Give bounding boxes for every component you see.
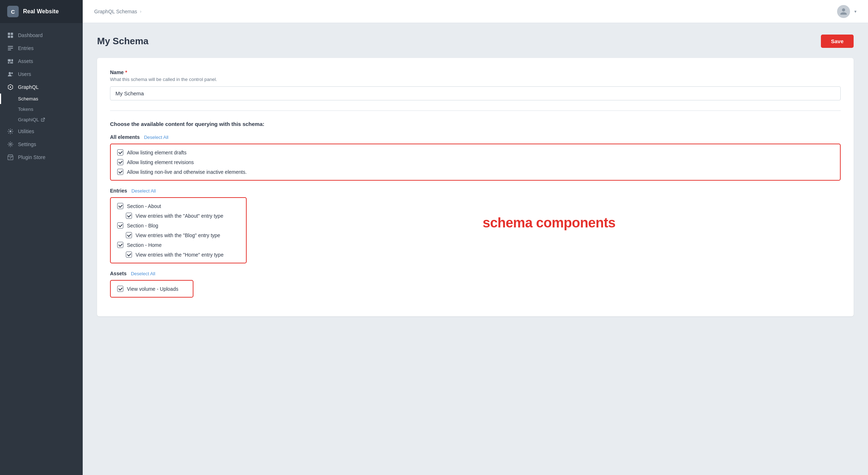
sidebar: C Real Website Dashboard Entries Assets: [0, 0, 83, 475]
svg-rect-10: [10, 62, 13, 64]
sidebar-item-schemas[interactable]: Schemas: [0, 94, 83, 104]
svg-rect-7: [8, 59, 11, 62]
external-link-icon: [41, 118, 45, 122]
topbar: GraphQL Schemas › ▾: [83, 0, 868, 23]
page-title: My Schema: [97, 36, 149, 47]
schema-card: Name * What this schema will be called i…: [97, 58, 854, 316]
app-title: Real Website: [23, 8, 59, 15]
sidebar-item-plugin-store[interactable]: Plugin Store: [0, 151, 83, 164]
schema-section-title: Choose the available content for queryin…: [110, 121, 841, 127]
all-elements-label: All elements: [110, 134, 140, 140]
svg-point-16: [10, 144, 12, 145]
sidebar-item-graphql[interactable]: GraphQL: [0, 81, 83, 94]
table-row: Section - About: [117, 203, 239, 209]
view-uploads-label: View volume - Uploads: [127, 286, 178, 292]
sidebar-item-users[interactable]: Users: [0, 68, 83, 81]
allow-revisions-label: Allow listing element revisions: [127, 159, 194, 165]
main-content: GraphQL Schemas › ▾ My Schema Save Name …: [83, 0, 868, 475]
table-row: Allow listing element revisions: [117, 159, 833, 165]
svg-point-14: [10, 86, 11, 88]
section-home-label: Section - Home: [127, 242, 161, 248]
sidebar-item-dashboard-label: Dashboard: [18, 32, 43, 38]
checkbox-allow-revisions[interactable]: [117, 159, 123, 165]
sidebar-nav: Dashboard Entries Assets Users: [0, 23, 83, 475]
avatar-chevron-icon[interactable]: ▾: [854, 9, 856, 14]
sidebar-item-dashboard[interactable]: Dashboard: [0, 29, 83, 42]
dashboard-icon: [7, 32, 14, 39]
user-avatar-icon: [840, 8, 848, 15]
sidebar-item-graphiql-label: GraphiQL: [18, 117, 39, 122]
settings-icon: [7, 141, 14, 148]
all-elements-group: All elements Deselect All Allow listing …: [110, 134, 841, 181]
sidebar-item-graphql-label: GraphQL: [18, 84, 39, 90]
entries-header: Entries Deselect All: [110, 188, 841, 194]
svg-point-11: [9, 72, 11, 74]
allow-inactive-label: Allow listing non-live and otherwise ina…: [127, 169, 247, 175]
all-elements-header: All elements Deselect All: [110, 134, 841, 140]
entries-deselect[interactable]: Deselect All: [131, 188, 156, 194]
sidebar-item-settings-label: Settings: [18, 141, 36, 147]
sidebar-item-entries[interactable]: Entries: [0, 42, 83, 55]
sidebar-item-utilities[interactable]: Utilities: [0, 125, 83, 138]
assets-deselect[interactable]: Deselect All: [131, 271, 155, 276]
table-row: Allow listing non-live and otherwise ina…: [117, 169, 833, 175]
table-row: Allow listing element drafts: [117, 149, 833, 155]
svg-rect-1: [11, 33, 13, 35]
svg-rect-2: [8, 36, 10, 38]
section-divider: [110, 110, 841, 111]
sidebar-item-assets-label: Assets: [18, 58, 33, 64]
sidebar-item-users-label: Users: [18, 71, 31, 77]
graphql-icon: [7, 84, 14, 90]
checkbox-section-about[interactable]: [117, 203, 123, 209]
sidebar-item-assets[interactable]: Assets: [0, 55, 83, 68]
allow-drafts-label: Allow listing element drafts: [127, 150, 187, 155]
sidebar-item-entries-label: Entries: [18, 45, 34, 51]
sidebar-item-graphiql[interactable]: GraphiQL: [0, 114, 83, 125]
sidebar-item-tokens[interactable]: Tokens: [0, 104, 83, 114]
sidebar-item-schemas-label: Schemas: [18, 96, 38, 101]
checkbox-view-uploads[interactable]: [117, 286, 123, 292]
svg-rect-8: [12, 59, 13, 62]
sidebar-item-utilities-label: Utilities: [18, 128, 34, 134]
assets-header: Assets Deselect All: [110, 271, 841, 276]
checkbox-view-blog[interactable]: [126, 232, 132, 238]
table-row: Section - Blog: [117, 222, 239, 229]
sidebar-item-settings[interactable]: Settings: [0, 138, 83, 151]
svg-rect-6: [8, 50, 11, 50]
checkbox-allow-drafts[interactable]: [117, 149, 123, 155]
plugin-store-icon: [7, 154, 14, 160]
table-row: Section - Home: [117, 242, 239, 248]
checkbox-section-blog[interactable]: [117, 222, 123, 229]
required-indicator: *: [125, 69, 127, 75]
content-area: My Schema Save Name * What this schema w…: [83, 23, 868, 475]
app-logo: C: [7, 6, 19, 17]
sidebar-header: C Real Website: [0, 0, 83, 23]
table-row: View entries with the "Home" entry type: [117, 252, 239, 258]
entries-checkbox-group: Section - About View entries with the "A…: [110, 197, 247, 263]
checkbox-allow-inactive[interactable]: [117, 169, 123, 175]
page-header: My Schema Save: [97, 35, 854, 48]
save-button[interactable]: Save: [821, 35, 854, 48]
sidebar-item-plugin-store-label: Plugin Store: [18, 154, 45, 160]
name-input[interactable]: [110, 86, 841, 100]
table-row: View entries with the "About" entry type: [117, 213, 239, 219]
name-hint: What this schema will be called in the c…: [110, 77, 841, 82]
all-elements-deselect[interactable]: Deselect All: [144, 135, 168, 140]
assets-group-label: Assets: [110, 271, 127, 276]
section-about-label: Section - About: [127, 203, 161, 209]
breadcrumb-separator: ›: [140, 9, 141, 14]
view-home-label: View entries with the "Home" entry type: [136, 252, 224, 258]
users-icon: [7, 71, 14, 77]
all-elements-checkbox-group: Allow listing element drafts Allow listi…: [110, 144, 841, 181]
assets-icon: [7, 58, 14, 64]
entries-icon: [7, 45, 14, 51]
avatar[interactable]: [837, 5, 850, 18]
checkbox-view-home[interactable]: [126, 252, 132, 258]
view-about-label: View entries with the "About" entry type: [136, 213, 223, 219]
entries-group: Entries Deselect All Section - About Vie…: [110, 188, 841, 271]
checkbox-section-home[interactable]: [117, 242, 123, 248]
checkbox-view-about[interactable]: [126, 213, 132, 219]
svg-point-15: [9, 130, 11, 132]
svg-rect-0: [8, 33, 10, 35]
breadcrumb-parent[interactable]: GraphQL Schemas: [94, 9, 137, 14]
